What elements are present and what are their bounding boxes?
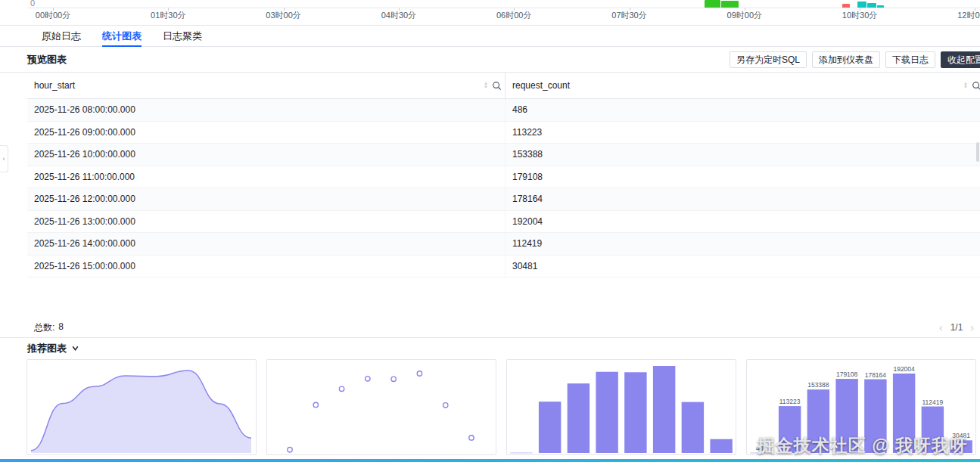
cell-request-count: 178164 [505,188,980,210]
time-tick-label: 00时00分 [36,10,70,21]
chart-card-area[interactable] [26,359,257,455]
bar-chart-labeled: 4861132231533881791081781641920041124193… [747,360,975,454]
cell-hour-start: 2025-11-26 08:00:00.000 [27,99,505,121]
table-footer: 总数: 8 ‹ 1/1 › [0,318,980,338]
collapse-icon: ‹ [3,155,5,163]
table-row[interactable]: 2025-11-26 13:00:00.000192004 [27,211,980,234]
svg-text:112419: 112419 [922,398,944,406]
cell-request-count: 30481 [505,256,980,278]
cell-request-count: 486 [505,99,980,121]
table-row[interactable]: 2025-11-26 15:00:00.00030481 [27,256,980,278]
total-count: 总数: 8 [34,321,64,334]
cell-request-count: 192004 [505,211,980,233]
table-body: 2025-11-26 08:00:00.0004862025-11-26 09:… [27,99,980,278]
table-header: hour_start ▲ ▼ request_count [27,73,980,99]
save-as-scheduled-sql-button[interactable]: 另存为定时SQL [730,51,807,68]
histogram-bars [0,0,980,8]
sort-icon[interactable]: ▲ ▼ [484,82,488,89]
histogram-axis [27,8,980,8]
cell-hour-start: 2025-11-26 15:00:00.000 [27,256,505,278]
column-header-request-count[interactable]: request_count ▲ ▼ [505,73,980,98]
chevron-down-icon [71,344,79,352]
tick-mark [284,8,285,11]
column-tools: ▲ ▼ [963,81,980,91]
download-logs-button[interactable]: 下载日志 [885,51,935,68]
svg-text:179108: 179108 [836,371,858,378]
bottom-progress-line [0,459,980,462]
add-to-dashboard-button[interactable]: 添加到仪表盘 [812,51,880,68]
svg-text:486: 486 [756,445,767,452]
log-service-screen: 0 00时00分01时30分03时00分04时30分06时00分07时30分09… [0,0,980,462]
preview-title: 预览图表 [27,53,67,67]
total-value: 8 [58,321,64,334]
results-panel: 原始日志统计图表日志聚类 预览图表 另存为定时SQL添加到仪表盘下载日志收起配置… [0,25,980,455]
area-chart [27,360,256,454]
sort-desc-icon: ▼ [484,85,488,89]
time-histogram: 0 00时00分01时30分03时00分04时30分06时00分07时30分09… [0,0,980,25]
svg-text:113223: 113223 [779,398,801,405]
tick-mark [53,8,54,11]
column-label: request_count [512,80,570,91]
recommended-charts-header[interactable]: 推荐图表 [0,338,980,358]
column-header-hour-start[interactable]: hour_start ▲ ▼ [27,73,505,98]
collapse-config-button[interactable]: 收起配置 [941,51,980,68]
svg-text:153388: 153388 [807,381,829,389]
chart-card-bar-labeled[interactable]: 4861132231533881791081781641920041124193… [746,359,976,455]
time-tick-label: 07时30分 [611,10,646,21]
scatter-chart [267,360,496,454]
prev-page-button[interactable]: ‹ [939,322,943,333]
collapse-panel-handle[interactable]: ‹ [0,145,8,172]
table-row[interactable]: 2025-11-26 09:00:00.000113223 [27,122,980,144]
search-icon[interactable] [972,81,980,91]
column-label: hour_start [34,80,75,91]
histogram-bar[interactable] [721,1,739,8]
chart-card-bar[interactable] [506,359,736,455]
bar-chart [507,360,736,454]
cell-request-count: 113223 [505,122,980,144]
svg-text:30481: 30481 [952,432,970,439]
table-row[interactable]: 2025-11-26 14:00:00.000112419 [27,233,980,256]
tab-strip: 原始日志统计图表日志聚类 [0,26,980,47]
tick-mark [745,8,745,11]
result-table: hour_start ▲ ▼ request_count [27,73,980,278]
tick-mark [514,8,515,11]
svg-text:192004: 192004 [893,365,915,373]
tab-raw-logs[interactable]: 原始日志 [42,26,81,47]
tick-mark [630,8,630,11]
table-row[interactable]: 2025-11-26 11:00:00.000179108 [27,166,980,189]
cell-hour-start: 2025-11-26 12:00:00.000 [27,188,505,210]
recommended-title: 推荐图表 [27,342,67,355]
histogram-bar[interactable] [705,0,720,8]
tick-mark [975,8,975,11]
chart-card-scatter[interactable] [266,359,496,455]
table-row[interactable]: 2025-11-26 12:00:00.000178164 [27,188,980,211]
sort-desc-icon: ▼ [963,85,968,89]
tab-log-clustering[interactable]: 日志聚类 [163,26,202,47]
histogram-bar[interactable] [857,2,866,8]
tab-statistics-charts[interactable]: 统计图表 [102,26,142,47]
sort-icon[interactable]: ▲ ▼ [963,82,968,89]
time-tick-label: 06时00分 [496,10,531,21]
total-label: 总数: [34,321,54,334]
table-row[interactable]: 2025-11-26 10:00:00.000153388 [27,144,980,166]
pagination: ‹ 1/1 › [939,322,974,333]
time-tick-label: 01时30分 [151,10,185,21]
search-icon[interactable] [492,81,502,91]
table-row[interactable]: 2025-11-26 08:00:00.000486 [27,99,980,122]
preview-header: 预览图表 另存为定时SQL添加到仪表盘下载日志收起配置 [0,47,980,73]
cell-hour-start: 2025-11-26 13:00:00.000 [27,211,505,233]
action-buttons: 另存为定时SQL添加到仪表盘下载日志收起配置 [730,51,980,68]
time-tick-label: 04时30分 [381,10,416,21]
cell-hour-start: 2025-11-26 10:00:00.000 [27,144,505,166]
tick-mark [168,8,169,11]
cell-hour-start: 2025-11-26 09:00:00.000 [27,122,505,144]
cell-request-count: 112419 [505,233,980,255]
scrollbar-thumb[interactable] [976,142,979,162]
cell-hour-start: 2025-11-26 14:00:00.000 [27,233,505,255]
time-tick-label: 12时00分 [957,10,980,21]
next-page-button[interactable]: › [970,322,974,333]
tick-mark [399,8,400,11]
svg-text:178164: 178164 [865,371,887,379]
time-tick-label: 03时00分 [266,10,300,21]
chart-cards: 4861132231533881791081781641920041124193… [26,359,976,455]
